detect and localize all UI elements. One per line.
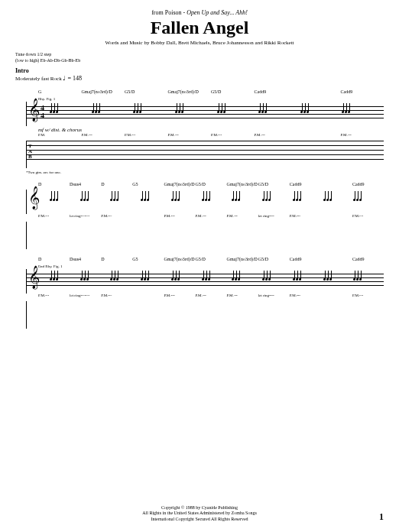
treble-clef-icon: 𝄞 xyxy=(28,100,40,120)
tab-column xyxy=(92,141,134,164)
chord-symbol: Cadd9 xyxy=(290,257,321,264)
notehead-icon xyxy=(261,111,264,113)
effect-label: P.M.--- xyxy=(38,214,70,220)
notehead-icon xyxy=(86,278,89,281)
tab-column xyxy=(353,301,384,324)
tab-column xyxy=(141,301,171,324)
notehead-icon xyxy=(50,278,52,281)
tab-column xyxy=(80,222,111,245)
effect-label xyxy=(297,133,341,139)
rhythm-figure-label: End Rhy. Fig. 1 xyxy=(15,264,384,268)
notehead-icon xyxy=(264,111,267,113)
note-group xyxy=(141,191,171,212)
note-group xyxy=(80,271,111,292)
tab-column xyxy=(300,141,342,164)
tablature-staff: TAB xyxy=(26,141,384,168)
notes-row xyxy=(50,271,384,292)
note-group xyxy=(50,103,92,125)
notehead-icon xyxy=(56,278,58,281)
notes-row xyxy=(50,191,384,212)
notehead-icon xyxy=(53,199,55,201)
tuning-line-2: (low to high) Eb-Ab-Db-Gb-Bb-Eb xyxy=(15,58,384,64)
effect-label: let ring------- xyxy=(70,214,101,220)
notehead-icon xyxy=(329,278,332,281)
notehead-icon xyxy=(83,278,86,281)
tab-column xyxy=(262,222,293,245)
source-line: from Poison - Open Up and Say... Ahh! xyxy=(15,9,384,16)
notehead-icon xyxy=(353,199,355,201)
note-group xyxy=(110,271,141,292)
effect-label: P.M.--- xyxy=(227,214,258,220)
dynamic-marking: mf w/ dist. & chorus xyxy=(15,127,384,133)
effect-label: P.M.--- xyxy=(255,133,298,139)
notehead-icon xyxy=(293,199,295,201)
notehead-icon xyxy=(262,278,264,281)
tab-column xyxy=(171,222,202,245)
notehead-icon xyxy=(345,111,347,113)
notehead-icon xyxy=(326,199,329,201)
notehead-icon xyxy=(208,199,210,201)
page-number: 1 xyxy=(379,511,384,523)
notehead-icon xyxy=(268,278,271,281)
notehead-icon xyxy=(139,111,141,113)
tab-numbers-row xyxy=(50,222,384,245)
notehead-icon xyxy=(174,278,177,281)
notehead-icon xyxy=(116,278,118,281)
notehead-icon xyxy=(50,111,52,113)
effect-label: P.M.--- xyxy=(352,214,384,220)
tablature-staff xyxy=(26,222,384,249)
notehead-icon xyxy=(86,199,89,201)
note-group xyxy=(133,103,175,125)
notehead-icon xyxy=(217,111,219,113)
notehead-icon xyxy=(144,199,146,201)
tablature-staff xyxy=(26,301,384,329)
chord-symbol: Cadd9 xyxy=(290,182,321,190)
time-signature: 44 xyxy=(41,105,44,120)
note-group xyxy=(217,103,259,125)
tab-column xyxy=(323,301,354,324)
notehead-icon xyxy=(56,111,58,113)
chord-symbol xyxy=(297,89,341,97)
chord-symbol xyxy=(321,257,352,264)
notehead-icon xyxy=(53,278,55,281)
notehead-icon xyxy=(296,278,298,281)
notehead-icon xyxy=(342,111,344,113)
note-group xyxy=(293,271,323,292)
chord-symbol: Gmaj7(no3rd)/D xyxy=(168,89,212,97)
effect-label: let ring---- xyxy=(258,294,290,300)
notehead-icon xyxy=(92,111,94,113)
tab-column xyxy=(50,301,80,324)
notehead-icon xyxy=(300,111,303,113)
note-group xyxy=(80,191,111,212)
tab-column xyxy=(141,222,171,245)
notehead-icon xyxy=(141,199,143,201)
notehead-icon xyxy=(359,199,362,201)
chord-symbol: G5 xyxy=(132,182,164,190)
notehead-icon xyxy=(110,199,112,201)
effect-label: P.M.--- xyxy=(38,294,70,300)
effect-label: let ring------- xyxy=(70,294,101,300)
chord-symbol: D xyxy=(38,257,70,264)
sheet-header: from Poison - Open Up and Say... Ahh! Fa… xyxy=(15,9,384,46)
notehead-icon xyxy=(299,199,301,201)
chord-symbol: G5/D xyxy=(195,257,226,264)
effects-row: P.M.---let ring-------P.M.---P.M.---P.M.… xyxy=(15,214,384,220)
effect-label: P.M.--- xyxy=(290,214,321,220)
effect-label: P.M.--- xyxy=(82,133,125,139)
notehead-icon xyxy=(296,199,298,201)
notehead-icon xyxy=(326,278,329,281)
notehead-icon xyxy=(307,111,309,113)
notehead-icon xyxy=(133,111,135,113)
note-group xyxy=(323,271,354,292)
note-group xyxy=(232,271,262,292)
notehead-icon xyxy=(293,278,295,281)
notehead-icon xyxy=(147,278,149,281)
notehead-icon xyxy=(356,278,358,281)
tab-numbers-row xyxy=(50,301,384,324)
chord-symbol: G xyxy=(38,89,82,97)
notehead-icon xyxy=(205,199,207,201)
chord-symbol: Cadd9 xyxy=(255,89,298,97)
notehead-icon xyxy=(171,278,174,281)
notehead-icon xyxy=(53,111,55,113)
note-group xyxy=(171,271,202,292)
